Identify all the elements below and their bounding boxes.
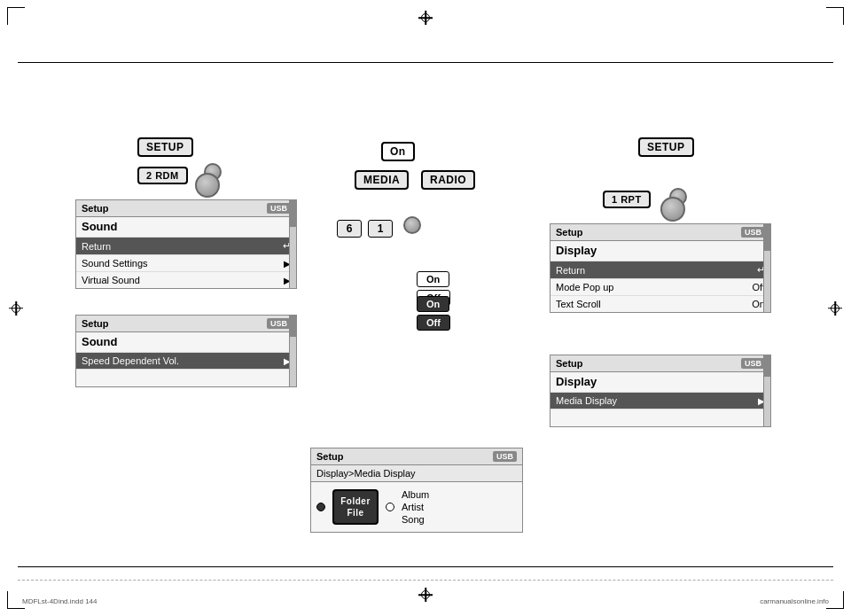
media-button[interactable]: MEDIA (355, 170, 409, 190)
onoff-group-2: On Off (417, 292, 450, 331)
off-button-2[interactable]: Off (417, 314, 450, 331)
reg-mark-left (9, 301, 23, 316)
knob-right-large[interactable] (660, 197, 685, 222)
setup-button-left[interactable]: SETUP (137, 137, 193, 157)
hr-bottom (18, 566, 833, 567)
rpt-button[interactable]: 1 RPT (603, 191, 651, 208)
menu-item-speed-vol[interactable]: Speed Dependent Vol. ▶ (76, 352, 296, 369)
menu-item-sound-settings[interactable]: Sound Settings ▶ (76, 254, 296, 271)
sound-menu-header-2: Setup USB (76, 316, 296, 332)
media-display-breadcrumb: Display>Media Display (311, 465, 522, 482)
sound-menu-panel-2: Setup USB Sound Speed Dependent Vol. ▶ (75, 315, 297, 387)
reg-mark-right (828, 301, 842, 316)
menu-item-empty-1 (76, 369, 296, 386)
sound-menu-title-1: Sound (76, 217, 296, 237)
media-display-options: Folder File Album Artist Song (311, 482, 522, 532)
knob-left-large[interactable] (195, 173, 220, 198)
rdm-button[interactable]: 2 RDM (137, 167, 188, 184)
sound-menu-title-2: Sound (76, 332, 296, 352)
num1-button[interactable]: 1 (368, 220, 393, 238)
display-menu-item-text-scroll[interactable]: Text Scroll On (550, 295, 770, 312)
display-menu-panel-1: Setup USB Display Return ↵ Mode Pop up O… (550, 223, 771, 313)
media-display-panel: Setup USB Display>Media Display Folder F… (310, 448, 523, 533)
menu-item-return[interactable]: Return ↵ (76, 237, 296, 254)
knob-center[interactable] (403, 216, 421, 234)
scrollbar-1[interactable] (289, 200, 296, 288)
hr-top (18, 62, 833, 63)
album-option[interactable]: Album (402, 489, 429, 500)
display-menu-item-media-display[interactable]: Media Display ▶ (550, 392, 770, 409)
corner-mark-tl (7, 7, 25, 25)
menu-item-virtual-sound[interactable]: Virtual Sound ▶ (76, 271, 296, 288)
footer-left-text: MDFLst-4Dind.indd 144 (22, 597, 97, 605)
scrollbar-3[interactable] (763, 224, 770, 312)
folder-file-button[interactable]: Folder File (332, 489, 379, 525)
display-menu-title-2: Display (550, 372, 770, 392)
display-menu-panel-2: Setup USB Display Media Display ▶ (550, 355, 771, 427)
artist-option[interactable]: Artist (402, 502, 429, 512)
corner-mark-tr (826, 7, 844, 25)
scrollbar-2[interactable] (289, 316, 296, 386)
radio-empty[interactable] (386, 499, 394, 515)
radio-selected[interactable] (316, 499, 325, 515)
media-display-header: Setup USB (311, 448, 522, 465)
display-menu-item-mode-popup[interactable]: Mode Pop up Off (550, 278, 770, 295)
display-menu-header-2: Setup USB (550, 355, 770, 372)
on-button-2[interactable]: On (417, 292, 450, 312)
footer-right-text: carmanualsonline.info (760, 597, 829, 605)
corner-mark-br (826, 591, 844, 609)
num6-button[interactable]: 6 (337, 220, 362, 238)
reg-mark-bottom (418, 588, 433, 602)
setup-button-right[interactable]: SETUP (638, 137, 694, 157)
song-option[interactable]: Song (402, 514, 429, 525)
sound-menu-panel-1: Setup USB Sound Return ↵ Sound Settings … (75, 199, 297, 289)
scrollbar-4[interactable] (763, 355, 770, 426)
display-menu-header-1: Setup USB (550, 224, 770, 241)
media-options-list: Album Artist Song (402, 489, 429, 525)
display-menu-title-1: Display (550, 241, 770, 261)
reg-mark-top (418, 11, 433, 25)
display-menu-item-empty (550, 409, 770, 426)
sound-menu-header-1: Setup USB (76, 200, 296, 217)
display-menu-item-return[interactable]: Return ↵ (550, 261, 770, 278)
on-button-1[interactable]: On (417, 270, 450, 287)
on-button-top[interactable]: On (381, 142, 415, 161)
radio-button[interactable]: RADIO (421, 170, 475, 190)
hr-dashed (18, 580, 833, 581)
